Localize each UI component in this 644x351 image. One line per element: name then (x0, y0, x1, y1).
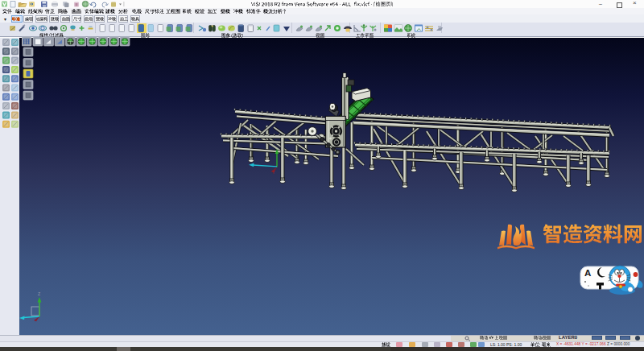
svg-text:A: A (584, 268, 591, 278)
svg-text:Z: Z (38, 291, 40, 296)
